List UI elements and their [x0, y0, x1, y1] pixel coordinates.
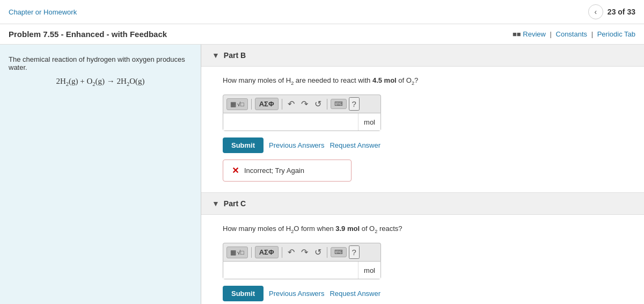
- review-link[interactable]: Review: [523, 30, 546, 38]
- part-b-toolbar: ▦ √□ ΑΣΦ ↶ ↷ ↺ ⌨ ?: [223, 95, 381, 113]
- part-b-answer-row: mol: [223, 113, 381, 131]
- part-c-matrix-btn[interactable]: ▦ √□: [226, 247, 248, 258]
- part-c-question: How many moles of H2O form when 3.9 mol …: [223, 223, 633, 235]
- sidebar-description: The chemical reaction of hydrogen with o…: [9, 55, 192, 71]
- toolbar-sep-2: [282, 99, 282, 110]
- part-c-answer-row: mol: [223, 261, 381, 279]
- toolbar-sep-3: [327, 99, 327, 110]
- matrix-icon: ▦: [230, 100, 236, 108]
- part-b-unit: mol: [358, 113, 380, 131]
- part-c-kbd-btn[interactable]: ⌨: [331, 247, 347, 257]
- part-c-header[interactable]: ▼ Part C: [201, 193, 644, 215]
- part-b-header[interactable]: ▼ Part B: [201, 45, 644, 67]
- part-c-redo-btn[interactable]: ↷: [299, 246, 310, 258]
- part-b-previous-answers-link[interactable]: Previous Answers: [269, 141, 324, 149]
- sqrt-icon-c: √□: [237, 249, 244, 256]
- page-count: 23 of 33: [608, 8, 635, 16]
- part-b-content: How many moles of H2 are needed to react…: [201, 67, 644, 192]
- part-c-request-answer-link[interactable]: Request Answer: [330, 289, 380, 298]
- nav-right: ‹ 23 of 33: [588, 4, 635, 19]
- toolbar-sep-1: [251, 99, 252, 110]
- sep2: |: [591, 30, 595, 38]
- content-area: ▼ Part B How many moles of H2 are needed…: [201, 45, 644, 304]
- part-c-toolbar: ▦ √□ ΑΣΦ ↶ ↷ ↺ ⌨ ?: [223, 243, 381, 261]
- part-c-unit: mol: [358, 262, 380, 279]
- toolbar-sep-c3: [327, 247, 327, 258]
- part-c-section: ▼ Part C How many moles of H2O form when…: [201, 193, 644, 304]
- constants-link[interactable]: Constants: [556, 30, 588, 38]
- problem-header: Problem 7.55 - Enhanced - with Feedback …: [0, 24, 644, 45]
- periodic-tab-link[interactable]: Periodic Tab: [597, 30, 635, 38]
- part-b-sigma-btn[interactable]: ΑΣΦ: [255, 98, 279, 110]
- part-c-help-btn[interactable]: ?: [349, 245, 360, 259]
- sqrt-icon: √□: [237, 101, 244, 107]
- matrix-icon-c: ▦: [230, 249, 236, 256]
- part-b-help-btn[interactable]: ?: [349, 97, 360, 111]
- part-b-action-row: Submit Previous Answers Request Answer: [223, 137, 633, 153]
- part-c-submit-button[interactable]: Submit: [223, 286, 264, 301]
- part-b-submit-button[interactable]: Submit: [223, 137, 264, 153]
- part-b-kbd-btn[interactable]: ⌨: [331, 99, 347, 109]
- part-c-action-row: Submit Previous Answers Request Answer: [223, 286, 633, 301]
- part-c-sigma-btn[interactable]: ΑΣΦ: [255, 246, 279, 258]
- part-c-content: How many moles of H2O form when 3.9 mol …: [201, 215, 644, 304]
- part-c-undo-btn[interactable]: ↶: [286, 246, 297, 258]
- feedback-x-icon: ✕: [232, 165, 239, 176]
- toolbar-sep-c2: [282, 247, 282, 258]
- problem-title: Problem 7.55 - Enhanced - with Feedback: [9, 30, 167, 39]
- part-b-redo-btn[interactable]: ↷: [299, 98, 310, 110]
- main-layout: The chemical reaction of hydrogen with o…: [0, 45, 644, 304]
- part-b-matrix-btn[interactable]: ▦ √□: [226, 98, 248, 110]
- part-b-arrow: ▼: [212, 51, 219, 60]
- toolbar-sep-c1: [251, 247, 252, 258]
- part-c-refresh-btn[interactable]: ↺: [312, 246, 324, 258]
- part-c-previous-answers-link[interactable]: Previous Answers: [269, 289, 324, 298]
- part-b-request-answer-link[interactable]: Request Answer: [330, 141, 380, 149]
- part-c-answer-input[interactable]: [223, 262, 358, 279]
- part-b-answer-input[interactable]: [223, 113, 358, 131]
- icon-book: ■■: [513, 30, 521, 38]
- sidebar-equation: 2H2(g) + O2(g) → 2H2O(g): [9, 77, 192, 87]
- part-b-refresh-btn[interactable]: ↺: [312, 98, 324, 110]
- part-c-input-wrapper: ▦ √□ ΑΣΦ ↶ ↷ ↺ ⌨ ?: [223, 243, 381, 279]
- part-b-input-wrapper: ▦ √□ ΑΣΦ ↶ ↷ ↺ ⌨ ?: [223, 95, 381, 131]
- part-c-arrow: ▼: [212, 199, 219, 208]
- back-link[interactable]: Chapter or Homework: [9, 8, 77, 16]
- part-b-question: How many moles of H2 are needed to react…: [223, 75, 633, 87]
- part-b-feedback-box: ✕ Incorrect; Try Again: [223, 160, 352, 182]
- part-b-undo-btn[interactable]: ↶: [286, 98, 297, 110]
- part-b-section: ▼ Part B How many moles of H2 are needed…: [201, 45, 644, 193]
- part-c-label: Part C: [224, 199, 246, 208]
- top-nav: Chapter or Homework ‹ 23 of 33: [0, 0, 644, 24]
- prev-page-button[interactable]: ‹: [588, 4, 603, 19]
- header-links: ■■ Review | Constants | Periodic Tab: [513, 30, 635, 38]
- part-b-label: Part B: [224, 51, 246, 60]
- feedback-text: Incorrect; Try Again: [244, 167, 304, 175]
- sidebar: The chemical reaction of hydrogen with o…: [0, 45, 201, 304]
- sep1: |: [550, 30, 554, 38]
